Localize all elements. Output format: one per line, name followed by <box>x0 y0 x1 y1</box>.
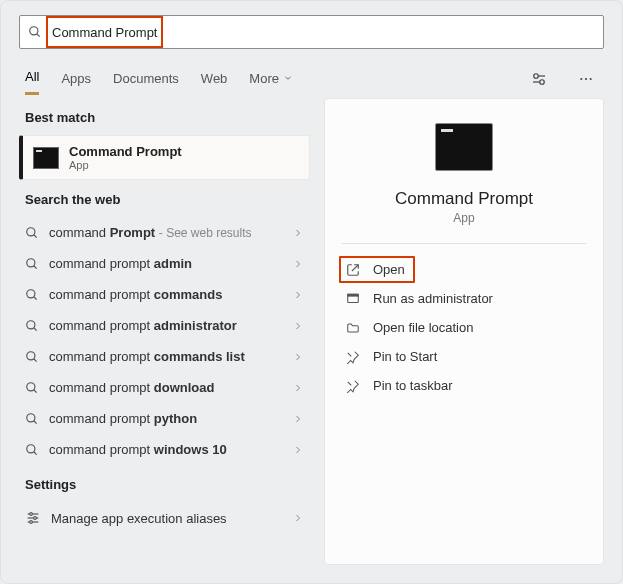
chevron-down-icon <box>283 73 293 83</box>
svg-point-13 <box>27 289 35 297</box>
svg-point-15 <box>27 320 35 328</box>
preview-subtitle: App <box>453 211 474 225</box>
svg-line-20 <box>34 389 37 392</box>
action-open-location-label: Open file location <box>373 320 473 335</box>
action-pin-start[interactable]: Pin to Start <box>339 343 589 370</box>
svg-line-1 <box>37 34 40 37</box>
action-run-admin[interactable]: Run as administrator <box>339 285 589 312</box>
svg-point-3 <box>540 80 545 85</box>
tab-bar: All Apps Documents Web More <box>1 55 622 98</box>
suggestion-text: command Prompt - See web results <box>49 225 282 240</box>
best-match-text: Command Prompt App <box>69 144 182 171</box>
suggestion-text: command prompt python <box>49 411 282 426</box>
chevron-right-icon <box>292 351 304 363</box>
folder-icon <box>345 321 361 335</box>
suggestion-hint: - See web results <box>159 226 252 240</box>
suggestion-text: command prompt commands <box>49 287 282 302</box>
section-best-match: Best match <box>19 98 310 135</box>
chevron-right-icon <box>292 320 304 332</box>
action-open[interactable]: Open <box>339 256 415 283</box>
svg-point-0 <box>30 27 38 35</box>
search-icon <box>25 319 39 333</box>
cmd-app-icon <box>33 147 59 169</box>
svg-rect-32 <box>348 294 359 296</box>
svg-point-28 <box>30 513 33 516</box>
action-pin-taskbar-label: Pin to taskbar <box>373 378 453 393</box>
svg-point-7 <box>585 78 587 80</box>
web-suggestions: command Prompt - See web resultscommand … <box>19 217 310 465</box>
web-suggestion[interactable]: command prompt windows 10 <box>19 434 310 465</box>
svg-point-29 <box>34 517 37 520</box>
tab-apps[interactable]: Apps <box>61 65 91 94</box>
svg-point-8 <box>590 78 592 80</box>
svg-line-24 <box>34 451 37 454</box>
web-suggestion[interactable]: command prompt download <box>19 372 310 403</box>
svg-point-2 <box>534 74 539 79</box>
suggestion-text: command prompt download <box>49 380 282 395</box>
best-match-result[interactable]: Command Prompt App <box>19 135 310 180</box>
tab-web[interactable]: Web <box>201 65 228 94</box>
action-pin-start-label: Pin to Start <box>373 349 437 364</box>
more-options-icon[interactable] <box>574 67 598 91</box>
search-icon <box>25 288 39 302</box>
results-pane: Best match Command Prompt App Search the… <box>19 98 310 565</box>
web-suggestion[interactable]: command prompt administrator <box>19 310 310 341</box>
suggestion-text: command prompt windows 10 <box>49 442 282 457</box>
best-match-subtitle: App <box>69 159 182 171</box>
chevron-right-icon <box>292 413 304 425</box>
tab-more[interactable]: More <box>249 65 293 94</box>
action-open-location[interactable]: Open file location <box>339 314 589 341</box>
search-icon <box>25 381 39 395</box>
action-open-label: Open <box>373 262 405 277</box>
action-list: Open Run as administrator Open file loca… <box>325 244 603 411</box>
web-suggestion[interactable]: command prompt commands <box>19 279 310 310</box>
shield-icon <box>345 292 361 306</box>
settings-result-label: Manage app execution aliases <box>51 511 282 526</box>
tab-more-label: More <box>249 71 279 86</box>
chevron-right-icon <box>292 227 304 239</box>
svg-line-18 <box>34 358 37 361</box>
action-run-admin-label: Run as administrator <box>373 291 493 306</box>
section-settings: Settings <box>19 465 310 502</box>
svg-point-11 <box>27 258 35 266</box>
search-bar[interactable]: Command Prompt <box>19 15 604 49</box>
web-suggestion[interactable]: command Prompt - See web results <box>19 217 310 248</box>
preview-pane: Command Prompt App Open Run as administr… <box>324 98 604 565</box>
svg-point-30 <box>30 521 33 524</box>
section-search-web: Search the web <box>19 180 310 217</box>
search-icon <box>25 412 39 426</box>
svg-line-22 <box>34 420 37 423</box>
search-icon <box>25 350 39 364</box>
action-pin-taskbar[interactable]: Pin to taskbar <box>339 372 589 399</box>
chevron-right-icon <box>292 289 304 301</box>
cmd-app-icon-large <box>435 123 493 171</box>
chevron-right-icon <box>292 512 304 524</box>
svg-point-6 <box>580 78 582 80</box>
web-suggestion[interactable]: command prompt admin <box>19 248 310 279</box>
search-icon <box>25 226 39 240</box>
svg-point-17 <box>27 351 35 359</box>
chevron-right-icon <box>292 444 304 456</box>
preview-title: Command Prompt <box>395 189 533 209</box>
svg-line-14 <box>34 296 37 299</box>
svg-point-9 <box>27 227 35 235</box>
web-suggestion[interactable]: command prompt commands list <box>19 341 310 372</box>
settings-results: Manage app execution aliases <box>19 502 310 534</box>
tab-documents[interactable]: Documents <box>113 65 179 94</box>
suggestion-text: command prompt administrator <box>49 318 282 333</box>
best-match-title: Command Prompt <box>69 144 182 159</box>
search-input[interactable]: Command Prompt <box>46 16 163 48</box>
sliders-icon <box>25 510 41 526</box>
pin-icon <box>345 350 361 364</box>
search-icon <box>28 25 42 39</box>
search-icon <box>25 257 39 271</box>
options-icon[interactable] <box>526 66 552 92</box>
tab-all[interactable]: All <box>25 63 39 95</box>
svg-point-19 <box>27 382 35 390</box>
svg-line-10 <box>34 234 37 237</box>
settings-result[interactable]: Manage app execution aliases <box>19 502 310 534</box>
search-window: Command Prompt All Apps Documents Web Mo… <box>0 0 623 584</box>
web-suggestion[interactable]: command prompt python <box>19 403 310 434</box>
open-icon <box>345 263 361 277</box>
chevron-right-icon <box>292 258 304 270</box>
